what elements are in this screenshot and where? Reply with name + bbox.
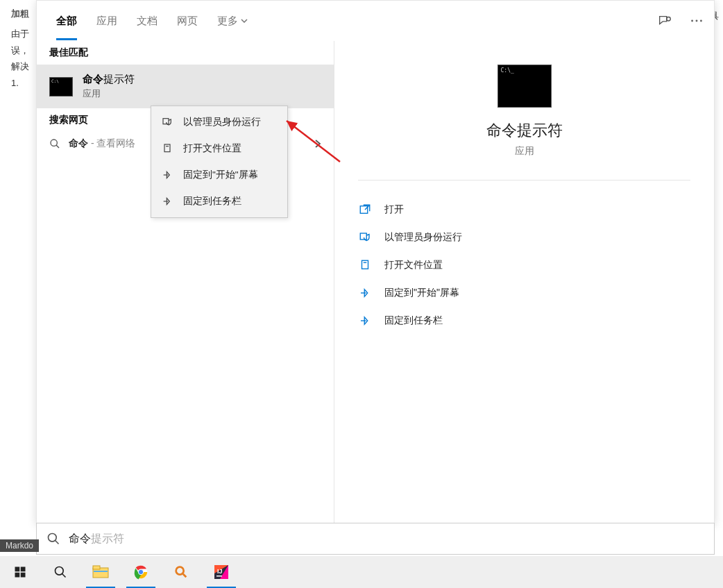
action-label: 固定到"开始"屏幕 (384, 287, 459, 299)
svg-rect-6 (360, 233, 366, 240)
svg-point-0 (667, 17, 671, 22)
svg-point-22 (176, 567, 184, 575)
tab-more-label: 更多 (217, 15, 238, 28)
folder-icon (161, 142, 173, 155)
result-command-prompt[interactable]: 命令提示符 应用 (37, 65, 334, 108)
menu-label: 以管理员身份运行 (183, 116, 261, 128)
folder-icon (358, 258, 372, 272)
action-open[interactable]: 打开 (358, 196, 690, 224)
start-button[interactable] (0, 556, 40, 588)
search-panel: 全部 应用 文档 网页 更多 最佳匹配 命令提示符 应用 (36, 0, 715, 524)
tab-apps[interactable]: 应用 (87, 2, 127, 40)
action-pin-start[interactable]: 固定到"开始"屏幕 (358, 279, 690, 307)
svg-rect-17 (93, 566, 100, 569)
search-icon (46, 532, 60, 546)
svg-rect-8 (163, 119, 169, 124)
action-label: 打开文件位置 (384, 259, 443, 271)
svg-point-1 (691, 20, 693, 22)
action-run-as-admin[interactable]: 以管理员身份运行 (358, 224, 690, 251)
action-label: 打开 (384, 203, 404, 216)
svg-rect-11 (15, 567, 20, 572)
pin-icon (358, 314, 372, 328)
command-prompt-large-icon (497, 65, 552, 108)
shield-icon (358, 230, 372, 244)
web-search-text: 命令 - 查看网络 (69, 137, 135, 150)
command-prompt-icon (49, 77, 73, 96)
shield-icon (161, 116, 173, 128)
action-open-location[interactable]: 打开文件位置 (358, 251, 690, 279)
svg-point-10 (49, 534, 57, 542)
taskbar: IJ (0, 556, 723, 588)
more-icon[interactable] (689, 13, 704, 28)
menu-open-location[interactable]: 打开文件位置 (151, 135, 287, 162)
chevron-right-icon (314, 139, 321, 149)
search-input[interactable]: 命令提示符 (36, 523, 715, 555)
menu-pin-taskbar[interactable]: 固定到任务栏 (151, 188, 287, 215)
pin-icon (358, 286, 372, 300)
action-label: 固定到任务栏 (384, 314, 443, 327)
result-title: 命令提示符 (83, 73, 135, 86)
preview-subtype: 应用 (515, 145, 534, 158)
svg-rect-18 (94, 571, 108, 572)
svg-text:IJ: IJ (217, 568, 223, 575)
search-input-text: 命令提示符 (69, 532, 124, 546)
svg-rect-14 (21, 573, 26, 578)
markdown-badge: Markdo (0, 539, 39, 552)
taskbar-search-button[interactable] (40, 556, 80, 588)
tabs-header: 全部 应用 文档 网页 更多 (37, 1, 714, 41)
action-pin-taskbar[interactable]: 固定到任务栏 (358, 307, 690, 335)
preview-panel: 命令提示符 应用 打开 以管理员身份运行 (334, 41, 714, 523)
pin-icon (161, 169, 173, 181)
svg-rect-7 (362, 260, 368, 269)
tab-web[interactable]: 网页 (167, 2, 207, 40)
action-label: 以管理员身份运行 (384, 231, 462, 244)
svg-rect-12 (21, 567, 26, 572)
svg-rect-9 (164, 144, 170, 152)
taskbar-chrome[interactable] (121, 556, 161, 588)
menu-label: 打开文件位置 (183, 142, 241, 155)
menu-label: 固定到任务栏 (183, 195, 241, 208)
section-best-match: 最佳匹配 (37, 41, 334, 65)
svg-point-15 (56, 567, 64, 576)
pin-icon (161, 195, 173, 208)
open-icon (358, 203, 372, 217)
feedback-icon[interactable] (657, 13, 672, 28)
menu-run-as-admin[interactable]: 以管理员身份运行 (151, 109, 287, 135)
context-menu: 以管理员身份运行 打开文件位置 固定到"开始"屏幕 固定到任务栏 (151, 106, 288, 218)
menu-pin-start[interactable]: 固定到"开始"屏幕 (151, 162, 287, 188)
svg-point-2 (696, 20, 698, 22)
search-icon (49, 138, 60, 149)
result-subtype: 应用 (83, 87, 135, 100)
divider (358, 180, 690, 180)
svg-rect-25 (216, 576, 222, 577)
svg-rect-5 (360, 206, 368, 214)
menu-label: 固定到"开始"屏幕 (183, 169, 258, 181)
tab-more[interactable]: 更多 (207, 2, 257, 40)
taskbar-search-app[interactable] (161, 556, 201, 588)
preview-title: 命令提示符 (486, 120, 563, 141)
chevron-down-icon (241, 19, 248, 23)
tab-all[interactable]: 全部 (46, 2, 87, 40)
svg-rect-13 (15, 573, 20, 578)
tab-docs[interactable]: 文档 (127, 2, 167, 40)
taskbar-file-explorer[interactable] (80, 556, 121, 588)
taskbar-intellij[interactable]: IJ (201, 556, 241, 588)
svg-point-4 (51, 140, 57, 146)
svg-point-3 (700, 20, 702, 22)
